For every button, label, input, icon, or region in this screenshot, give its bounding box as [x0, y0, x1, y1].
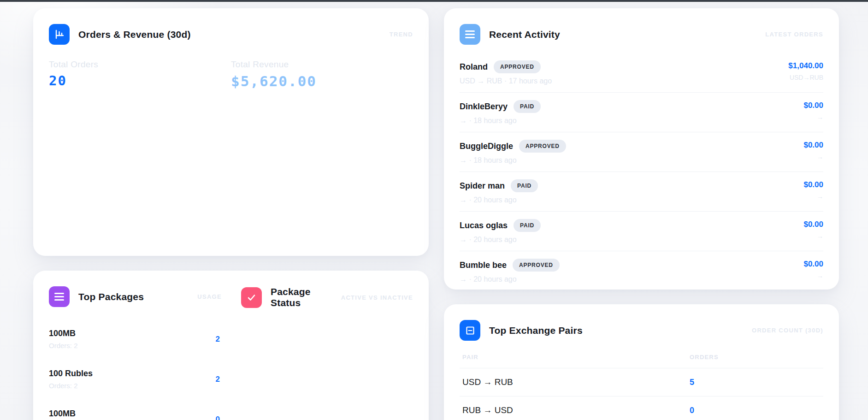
package-name: 100 Rubles: [49, 369, 93, 379]
activity-row[interactable]: DinkleBeryy PAID → · 18 hours ago $0.00 …: [460, 93, 823, 132]
package-row[interactable]: 100MB Orders: 2 2: [49, 319, 222, 359]
status-badge: APPROVED: [519, 140, 566, 153]
order-pair: →: [803, 232, 823, 240]
status-badge: APPROVED: [494, 60, 541, 73]
package-name: 100MB: [49, 329, 78, 338]
package-row[interactable]: 100MB Orders: 0 0: [49, 399, 222, 420]
card-tag: ORDER COUNT (30D): [752, 327, 823, 334]
order-pair: →: [803, 153, 823, 160]
customer-name: Lucas oglas: [460, 221, 508, 231]
package-count: 2: [216, 375, 222, 384]
package-count: 2: [216, 335, 222, 344]
customer-name: DinkleBeryy: [460, 102, 508, 112]
status-badge: PAID: [511, 179, 538, 192]
top-packages-header: Top Packages USAGE: [49, 286, 222, 307]
package-orders: Orders: 2: [49, 342, 78, 349]
total-orders-value: 20: [49, 73, 231, 89]
order-amount: $0.00: [803, 141, 823, 150]
top-packages-section: Top Packages USAGE 100MB Orders: 2 2: [49, 286, 222, 420]
order-amount: $0.00: [803, 260, 823, 269]
card-title: Package Status: [271, 286, 332, 308]
packages-status-card: Top Packages USAGE 100MB Orders: 2 2: [33, 271, 429, 420]
activity-row[interactable]: Spider man PAID → · 20 hours ago $0.00 →: [460, 172, 823, 212]
order-pair: →: [803, 113, 823, 121]
package-status-header: Package Status ACTIVE VS INACTIVE: [241, 286, 413, 308]
recent-activity-card: Recent Activity LATEST ORDERS Roland APP…: [444, 8, 839, 290]
customer-name: Bumble bee: [460, 260, 507, 270]
table-row[interactable]: RUB → USD 0: [460, 396, 823, 420]
exchange-pairs-table: PAIR ORDERS USD → RUB 5 RUB → USD 0: [460, 354, 823, 420]
status-badge: PAID: [514, 219, 541, 232]
order-amount: $0.00: [803, 180, 823, 189]
card-tag: USAGE: [197, 293, 222, 300]
activity-row[interactable]: Lucas oglas PAID → · 20 hours ago $0.00 …: [460, 212, 823, 251]
table-row[interactable]: USD → RUB 5: [460, 368, 823, 396]
card-title: Top Exchange Pairs: [489, 325, 583, 336]
customer-name: Roland: [460, 62, 488, 72]
status-badge: PAID: [514, 100, 541, 113]
order-pair: USD→RUB: [788, 74, 823, 81]
activity-row[interactable]: Bumble bee APPROVED → · 20 hours ago $0.…: [460, 251, 823, 290]
pair-label: USD → RUB: [462, 377, 690, 387]
order-meta: → · 20 hours ago: [460, 275, 560, 284]
package-count: 0: [216, 415, 222, 420]
dashboard-page: Orders & Revenue (30d) TREND Total Order…: [0, 0, 868, 420]
card-tag: TREND: [390, 31, 413, 38]
menu-icon: [49, 286, 70, 307]
package-orders: Orders: 2: [49, 382, 93, 390]
order-amount: $0.00: [803, 101, 823, 110]
card-title: Recent Activity: [489, 29, 560, 40]
activity-row[interactable]: Roland APPROVED USD → RUB · 17 hours ago…: [460, 53, 823, 93]
total-revenue-stat: Total Revenue $5,620.00: [231, 59, 413, 89]
total-revenue-label: Total Revenue: [231, 59, 413, 70]
square-minus-icon: [460, 320, 480, 341]
status-badge: APPROVED: [513, 259, 560, 272]
order-amount: $1,040.00: [788, 61, 823, 71]
card-tag: LATEST ORDERS: [765, 31, 823, 38]
pair-label: RUB → USD: [462, 405, 690, 415]
order-meta: → · 18 hours ago: [460, 117, 541, 125]
orders-revenue-header: Orders & Revenue (30d) TREND: [49, 24, 413, 45]
card-title: Orders & Revenue (30d): [78, 29, 191, 40]
total-orders-stat: Total Orders 20: [49, 59, 231, 89]
column-header-orders: ORDERS: [690, 354, 823, 361]
activity-list: Roland APPROVED USD → RUB · 17 hours ago…: [460, 53, 823, 290]
package-row[interactable]: 100 Rubles Orders: 2 2: [49, 359, 222, 399]
column-header-pair: PAIR: [462, 354, 690, 361]
orders-revenue-stats: Total Orders 20 Total Revenue $5,620.00: [49, 59, 413, 89]
package-list: 100MB Orders: 2 2 100 Rubles Orders: 2 2: [49, 319, 222, 420]
order-pair: →: [803, 272, 823, 279]
recent-activity-header: Recent Activity LATEST ORDERS: [460, 24, 823, 45]
package-status-section: Package Status ACTIVE VS INACTIVE: [241, 286, 413, 420]
top-bar: [0, 0, 868, 2]
total-revenue-value: $5,620.00: [231, 73, 413, 89]
chart-axes-icon: [49, 24, 70, 45]
check-icon: [241, 287, 262, 308]
package-name: 100MB: [49, 409, 78, 419]
menu-icon: [460, 24, 480, 45]
order-meta: → · 20 hours ago: [460, 236, 541, 244]
card-title: Top Packages: [78, 291, 144, 302]
order-pair: →: [803, 193, 823, 200]
table-header-row: PAIR ORDERS: [460, 354, 823, 368]
pair-order-count: 0: [690, 406, 823, 415]
orders-revenue-card: Orders & Revenue (30d) TREND Total Order…: [33, 8, 429, 256]
top-exchange-pairs-card: Top Exchange Pairs ORDER COUNT (30D) PAI…: [444, 304, 839, 420]
pair-order-count: 5: [690, 378, 823, 387]
activity-row[interactable]: BuggleDiggle APPROVED → · 18 hours ago $…: [460, 132, 823, 172]
top-exchange-pairs-header: Top Exchange Pairs ORDER COUNT (30D): [460, 320, 823, 341]
order-meta: USD → RUB · 17 hours ago: [460, 77, 552, 85]
order-amount: $0.00: [803, 220, 823, 229]
customer-name: BuggleDiggle: [460, 142, 513, 151]
customer-name: Spider man: [460, 181, 505, 191]
card-tag: ACTIVE VS INACTIVE: [341, 294, 413, 301]
order-meta: → · 18 hours ago: [460, 156, 566, 165]
order-meta: → · 20 hours ago: [460, 196, 538, 204]
total-orders-label: Total Orders: [49, 59, 231, 70]
